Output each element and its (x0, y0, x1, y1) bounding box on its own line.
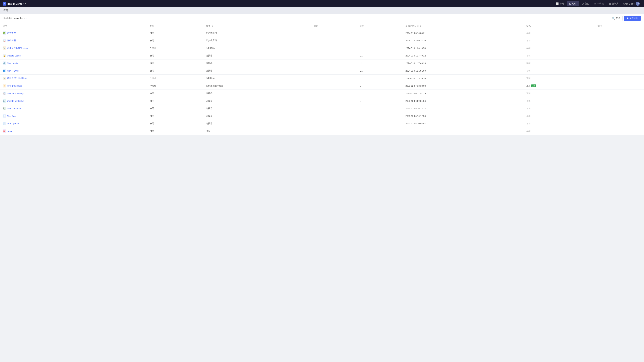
app-name-link[interactable]: 📊 商机管理 (3, 39, 144, 42)
cell-status: 草稿 (524, 29, 595, 37)
col-type: 类型 (147, 23, 203, 29)
cell-app: 📄 Trial Update (0, 120, 147, 127)
cell-actions: ⋮ (595, 127, 644, 135)
cell-category: 连接器 (203, 59, 311, 67)
cell-status: 草稿 (524, 120, 595, 127)
cell-app: 📞 New contactus (0, 105, 147, 112)
cell-actions: ⋮ (595, 105, 644, 112)
cell-status: 草稿 (524, 67, 595, 75)
user-name: Shao Blade (623, 2, 634, 5)
more-actions-button[interactable]: ⋮ (598, 38, 602, 43)
cell-tags (311, 29, 357, 37)
app-name-link[interactable]: 🔧 使用流程个性化图标 (3, 77, 144, 80)
more-actions-button[interactable]: ⋮ (598, 46, 602, 50)
cell-status: 上架 上架 (524, 82, 595, 90)
app-name-link[interactable]: 🔗 New Leads (3, 61, 144, 65)
more-actions-button[interactable]: ⋮ (598, 31, 602, 35)
col-updated[interactable]: 最后更新日期 ⇅ (403, 23, 524, 29)
cell-actions: ⋮ (595, 112, 644, 120)
table-row: 📞 New contactus 协同 连接器 1 2023-12-05 16:1… (0, 105, 644, 112)
app-name-link[interactable]: 🔧 合作伙伴商机登记icon (3, 46, 144, 50)
nav-item-ai[interactable]: ◎AI训练 (592, 1, 606, 6)
app-name-link[interactable]: 📞 New contactus (3, 107, 144, 110)
app-name: 使用流程个性化图标 (7, 77, 27, 80)
cell-app: 🔒 Update Leads (0, 52, 147, 59)
search-icon: 🔍 (612, 17, 615, 19)
app-name-link[interactable]: 🔒 Update Leads (3, 54, 144, 57)
more-actions-button[interactable]: ⋮ (598, 106, 602, 111)
app-name: 财务管理 (7, 31, 16, 34)
apps-table-container: 应用 类型 分类 ⇅ 标签 版本 最后更新日期 ⇅ 状态 操作 💹 (0, 23, 644, 135)
cell-category: 决策 (203, 127, 311, 135)
status-draft: 草稿 (526, 32, 530, 34)
more-actions-button[interactable]: ⋮ (598, 121, 602, 126)
org-select-dropdown[interactable]: Neoxphere ▼ (14, 17, 28, 19)
cell-category: 连接器 (203, 52, 311, 59)
cell-actions: ⋮ (595, 59, 644, 67)
cell-app: 🔄 Update contactus (0, 97, 147, 105)
app-name-link[interactable]: 🔄 Update contactus (3, 99, 144, 103)
app-name-link[interactable]: 👥 New Partner (3, 69, 144, 72)
nav-item-exchange[interactable]: ⬡交互 (580, 1, 591, 6)
cell-status: 草稿 (524, 97, 595, 105)
nav-item-knowledge[interactable]: ▦知识库 (607, 1, 621, 6)
more-actions-button[interactable]: ⋮ (598, 129, 602, 133)
cell-category: 应用图标 (203, 75, 311, 82)
more-actions-button[interactable]: ⋮ (598, 68, 602, 73)
table-header: 应用 类型 分类 ⇅ 标签 版本 最后更新日期 ⇅ 状态 操作 (0, 23, 644, 29)
app-name: New contactus (7, 107, 21, 110)
create-app-button[interactable]: ✚ 创建应用 (624, 15, 641, 21)
cell-tags (311, 52, 357, 59)
cell-updated: 2024-01-01 17:48:28 (403, 59, 524, 67)
updated-sort-icon: ⇅ (420, 25, 421, 27)
table-row: 📄 New Trial 协同 连接器 1 2023-12-05 10:12:56… (0, 112, 644, 120)
app-name: New Trial (7, 115, 16, 117)
more-actions-button[interactable]: ⋮ (598, 61, 602, 65)
col-version: 版本 (357, 23, 403, 29)
more-actions-button[interactable]: ⋮ (598, 114, 602, 118)
cell-app: 🎯 demo (0, 127, 147, 135)
cell-tags (311, 105, 357, 112)
more-actions-button[interactable]: ⋮ (598, 76, 602, 80)
app-icon: ⚙ (3, 84, 6, 87)
col-category[interactable]: 分类 ⇅ (203, 23, 311, 29)
more-actions-button[interactable]: ⋮ (598, 91, 602, 95)
cell-updated (403, 127, 524, 135)
app-icon: 💹 (3, 31, 6, 35)
cell-status: 草稿 (524, 127, 595, 135)
app-logo[interactable]: e: designCenter ▼ (3, 2, 27, 5)
app-name-link[interactable]: 📋 New Trial Survey (3, 92, 144, 95)
app-name: 流程个性化变量 (7, 84, 22, 87)
cell-tags (311, 112, 357, 120)
cell-type: 协同 (147, 37, 203, 44)
cell-updated: 2024-01-01 20:10:50 (403, 44, 524, 52)
app-name: Trial Update (7, 122, 19, 125)
table-row: 👥 New Partner 协同 连接器 1.1 2024-01-01 11:5… (0, 67, 644, 75)
user-info[interactable]: Shao Blade SB (622, 1, 641, 6)
ai-icon: ◎ (594, 2, 596, 5)
nav-item-component[interactable]: ⊞组件 (567, 1, 579, 6)
app-name-link[interactable]: 📄 New Trial (3, 114, 144, 118)
table-row: 📋 New Trial Survey 协同 连接器 1 2023-12-06 1… (0, 90, 644, 97)
nav-item-collab[interactable]: ⬜协同 (554, 1, 566, 6)
app-icon: 📄 (3, 114, 6, 118)
app-name-link[interactable]: 💹 财务管理 (3, 31, 144, 35)
logo-chevron-icon: ▼ (25, 3, 27, 5)
cell-category: 连接器 (203, 120, 311, 127)
search-button[interactable]: 🔍 查询 (610, 15, 622, 21)
status-draft: 草稿 (526, 54, 530, 57)
cell-status: 草稿 (524, 44, 595, 52)
app-name-link[interactable]: 🎯 demo (3, 129, 144, 133)
logo-icon: e: (3, 2, 6, 5)
cell-type: 协同 (147, 112, 203, 120)
more-actions-button[interactable]: ⋮ (598, 53, 602, 58)
more-actions-button[interactable]: ⋮ (598, 99, 602, 103)
app-name-link[interactable]: ⚙ 流程个性化变量 (3, 84, 144, 87)
more-actions-button[interactable]: ⋮ (598, 84, 602, 88)
app-name-link[interactable]: 📄 Trial Update (3, 122, 144, 125)
cell-app: 💹 财务管理 (0, 29, 147, 37)
collab-icon: ⬜ (556, 2, 559, 5)
cell-tags (311, 90, 357, 97)
table-row: 🔧 合作伙伴商机登记icon 个性化 应用图标 1 2024-01-01 20:… (0, 44, 644, 52)
org-selector[interactable]: 协同组织 Neoxphere ▼ (3, 17, 28, 20)
